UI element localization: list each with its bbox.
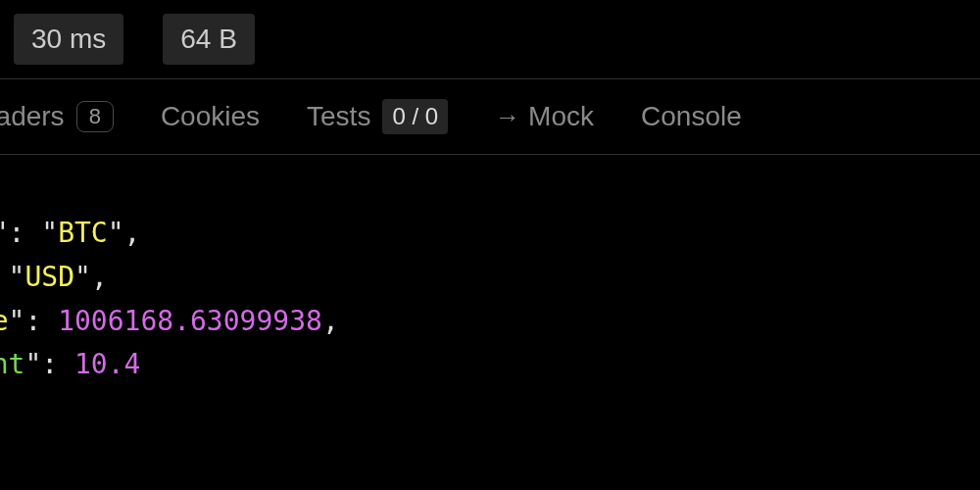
status-row: 30 ms 64 B bbox=[0, 0, 980, 78]
tab-mock-label: Mock bbox=[528, 101, 594, 132]
tab-tests-label: Tests bbox=[307, 101, 370, 132]
tab-tests[interactable]: Tests 0 / 0 bbox=[307, 99, 448, 134]
response-body: om": "BTC", ": "USD", ice": 1006168.6309… bbox=[0, 155, 980, 387]
tab-cookies[interactable]: Cookies bbox=[161, 101, 260, 132]
json-key-amount: ount bbox=[0, 348, 24, 380]
response-time-chip: 30 ms bbox=[14, 14, 123, 65]
tab-headers-label: eaders bbox=[0, 101, 65, 132]
tab-console[interactable]: Console bbox=[641, 101, 742, 132]
tab-headers[interactable]: eaders 8 bbox=[0, 101, 114, 132]
response-size-chip: 64 B bbox=[163, 14, 255, 65]
tab-mock[interactable]: → Mock bbox=[495, 101, 594, 132]
json-value-price: 1006168.63099938 bbox=[58, 305, 322, 337]
json-value-from: BTC bbox=[58, 217, 108, 249]
arrow-right-icon: → bbox=[495, 102, 520, 132]
headers-count-badge: 8 bbox=[76, 101, 114, 132]
json-value-to: USD bbox=[24, 261, 74, 293]
json-value-amount: 10.4 bbox=[74, 348, 140, 380]
tests-count-badge: 0 / 0 bbox=[382, 99, 448, 134]
json-key-price: ice bbox=[0, 305, 9, 337]
tab-row: eaders 8 Cookies Tests 0 / 0 → Mock Cons… bbox=[0, 79, 980, 154]
